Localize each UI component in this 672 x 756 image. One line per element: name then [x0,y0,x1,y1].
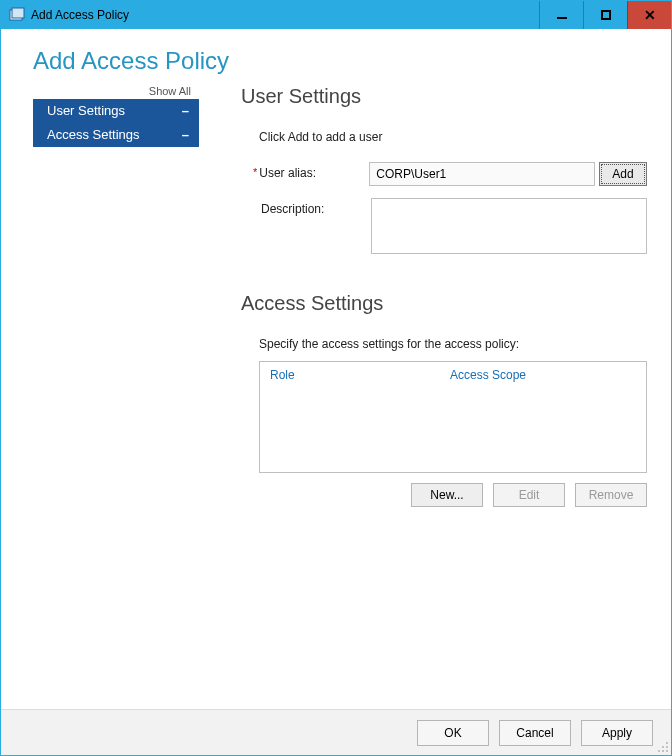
sidebar-item-label: Access Settings [47,127,140,142]
grid-header-row: Role Access Scope [260,362,646,388]
svg-point-7 [666,750,668,752]
row-description: Description: [253,198,647,254]
apply-button[interactable]: Apply [581,720,653,746]
sidebar-item-user-settings[interactable]: User Settings – [33,99,199,123]
user-settings-hint: Click Add to add a user [259,130,647,144]
sidebar-item-label: User Settings [47,103,125,118]
section-title-user-settings: User Settings [241,85,647,108]
svg-point-2 [666,742,668,744]
window-frame: Add Access Policy ✕ Add Access Policy Sh… [0,0,672,756]
column-header-role[interactable]: Role [270,368,450,382]
label-user-alias: User alias: [259,162,369,180]
svg-rect-1 [12,8,24,18]
new-button[interactable]: New... [411,483,483,507]
input-user-alias[interactable] [369,162,595,186]
required-star-icon: * [253,166,257,178]
window-title: Add Access Policy [31,8,129,22]
sidebar: Show All User Settings – Access Settings… [1,85,199,709]
cancel-button[interactable]: Cancel [499,720,571,746]
app-icon [7,5,27,25]
sidebar-item-access-settings[interactable]: Access Settings – [33,123,199,147]
ok-button[interactable]: OK [417,720,489,746]
input-description[interactable] [371,198,647,254]
dialog-footer: OK Cancel Apply [1,709,671,755]
collapse-icon: – [182,127,189,142]
maximize-button[interactable] [583,1,627,29]
page-title: Add Access Policy [33,47,671,75]
row-user-alias: * User alias: Add [253,162,647,186]
window-controls: ✕ [539,1,671,29]
titlebar[interactable]: Add Access Policy ✕ [1,1,671,29]
access-settings-grid[interactable]: Role Access Scope [259,361,647,473]
svg-point-5 [658,750,660,752]
main-pane: User Settings Click Add to add a user * … [199,85,647,709]
svg-point-4 [666,746,668,748]
column-header-scope[interactable]: Access Scope [450,368,636,382]
access-settings-hint: Specify the access settings for the acce… [259,337,647,351]
edit-button: Edit [493,483,565,507]
minimize-button[interactable] [539,1,583,29]
resize-grip-icon[interactable] [655,739,669,753]
remove-button: Remove [575,483,647,507]
label-description: Description: [261,198,371,216]
show-all-link[interactable]: Show All [33,85,199,99]
svg-point-6 [662,750,664,752]
svg-point-3 [662,746,664,748]
add-user-button[interactable]: Add [599,162,647,186]
close-button[interactable]: ✕ [627,1,671,29]
section-title-access-settings: Access Settings [241,292,647,315]
collapse-icon: – [182,103,189,118]
